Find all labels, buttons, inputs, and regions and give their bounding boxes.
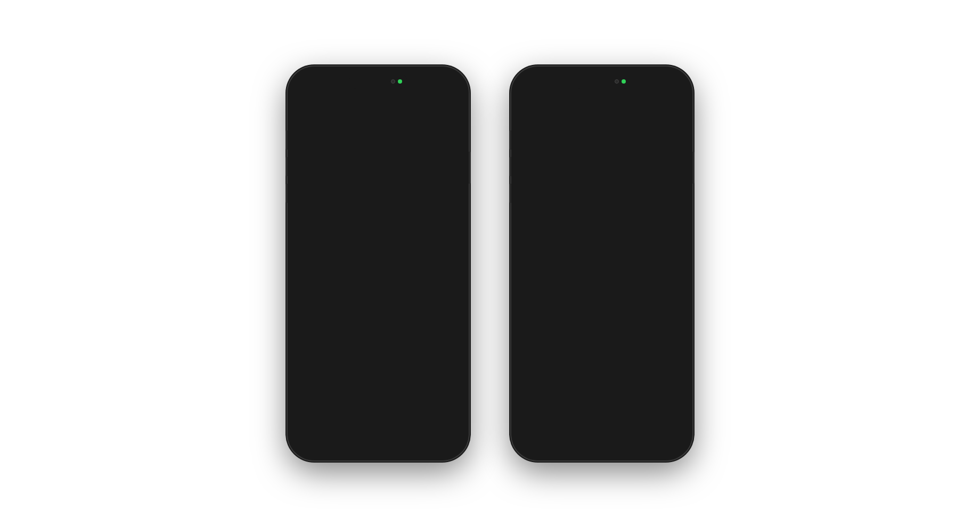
search-icon-right[interactable]: 🔍 xyxy=(616,105,627,115)
list-item-text: TOUR - Top 25 Players xyxy=(528,427,616,437)
list-item-text: Female 5 Handicap xyxy=(528,377,602,387)
list-item-text: Male Plus Handicap xyxy=(305,311,380,320)
list-item[interactable]: Male 10 Handicap xyxy=(294,378,462,404)
battery-pct-right: 84 xyxy=(667,84,673,90)
right-section-title: Player Ability Comparisons xyxy=(528,146,675,174)
left-sheet-list: TOUR - Top 25 Players TOUR - Average ✓ M… xyxy=(294,203,462,446)
signal-bar-r2 xyxy=(630,87,632,90)
list-item-text: Male 15 Handicap xyxy=(305,411,373,421)
right-phone: 10:19 ▲ 84 xyxy=(511,67,692,460)
list-item[interactable]: TOUR - Top 25 Players xyxy=(518,420,686,445)
left-status-time: 10:09 xyxy=(307,83,326,92)
battery-tip-right xyxy=(663,86,664,88)
list-item[interactable]: Male D1 College - Top 25 Players xyxy=(294,253,462,278)
plus-icon-right[interactable]: ⊕ xyxy=(671,105,677,115)
right-status-icons: ▲ 84 xyxy=(627,83,673,91)
signal-bar-r1 xyxy=(627,88,629,90)
person-icon-left[interactable]: 👤 xyxy=(411,105,421,115)
list-item[interactable]: Female D1 College xyxy=(518,295,686,320)
right-back-button[interactable]: ‹ Back xyxy=(526,105,548,115)
left-status-icons: ▲ 86 xyxy=(404,83,450,91)
battery-pct-left: 86 xyxy=(443,84,450,90)
battery-body-left xyxy=(427,84,438,90)
left-back-label: Back xyxy=(307,106,324,114)
plus-icon-left[interactable]: ⊕ xyxy=(447,105,454,115)
bell-icon-right[interactable]: 🔔 xyxy=(652,105,663,115)
right-back-arrow: ‹ xyxy=(526,105,529,115)
list-item[interactable]: TOUR - Average ✓ xyxy=(294,228,462,253)
left-home-indicator xyxy=(294,446,462,454)
left-close-button[interactable]: ✕ xyxy=(439,184,454,199)
list-item[interactable]: Male 15 Handicap xyxy=(294,404,462,429)
list-item-text: Male D1 College - Top 25 Players xyxy=(305,261,431,270)
checkmark-icon: ✓ xyxy=(445,235,452,245)
right-nav-bar: ‹ Back 🔍 👤 🔔 ⊕ xyxy=(518,101,686,121)
left-sheet-header: ✕ xyxy=(294,179,462,203)
signal-bar-4 xyxy=(412,85,413,90)
right-sheet-handle xyxy=(592,190,611,192)
search-icon-left[interactable]: 🔍 xyxy=(393,105,403,115)
list-item[interactable]: Male 5 Handicap xyxy=(294,353,462,378)
left-back-button[interactable]: ‹ Back xyxy=(303,105,324,115)
list-item-text: Female D1 College xyxy=(528,302,601,312)
list-item[interactable]: Female Plus Handicap xyxy=(518,320,686,345)
battery-right xyxy=(650,84,664,90)
list-item-text: Male 10 Handicap xyxy=(305,386,373,396)
list-item[interactable]: Female Scratch Handicap xyxy=(518,345,686,370)
person-icon-right[interactable]: 👤 xyxy=(634,105,645,115)
right-home-indicator xyxy=(518,446,686,454)
list-item-text: Female Scratch Handicap xyxy=(528,352,626,362)
display-prefs-label[interactable]: Display Preferences xyxy=(526,121,588,137)
left-phone: 10:09 ▲ 86 xyxy=(288,67,469,460)
right-section-header: Player Ability Comparisons xyxy=(518,137,686,184)
signal-bars-right xyxy=(627,84,637,90)
list-item-text-selected: LPGA TOUR - Average xyxy=(528,252,616,262)
right-status-bar: 10:19 ▲ 84 xyxy=(518,73,686,101)
right-sheet-handle-area xyxy=(518,184,686,196)
left-section-header: Player Ability Comparisons xyxy=(294,121,462,168)
left-home-bar xyxy=(346,450,410,452)
battery-body-right xyxy=(650,84,662,90)
list-item[interactable]: Male D1 College xyxy=(294,278,462,303)
right-sheet-header: ✕ xyxy=(518,196,686,219)
left-sheet-handle-area xyxy=(294,168,462,179)
right-close-button[interactable]: ✕ xyxy=(663,200,677,215)
left-sheet-handle xyxy=(369,173,388,175)
list-item[interactable]: LPGA TOUR - Top 25 Players xyxy=(294,429,462,446)
wifi-icon-left: ▲ xyxy=(416,83,423,91)
signal-bar-3 xyxy=(409,86,411,90)
battery-fill-left xyxy=(428,85,436,89)
battery-fill-right xyxy=(651,85,659,89)
list-item[interactable]: TOUR - Top 25 Players xyxy=(294,203,462,228)
list-item[interactable]: Male Scratch Handicap xyxy=(294,328,462,353)
signal-bar-2 xyxy=(406,87,408,90)
left-back-arrow: ‹ xyxy=(303,105,305,115)
signal-bar-r3 xyxy=(633,86,634,90)
display-prefs-tab: Display Preferences xyxy=(518,121,686,137)
list-item[interactable]: Male Plus Handicap xyxy=(294,303,462,328)
list-item[interactable]: LPGA TOUR - Top 25 Players xyxy=(518,219,686,244)
list-item-text: Female D1 College - Top 25 Players xyxy=(528,277,665,287)
list-item[interactable]: Female 10 Handicap xyxy=(518,395,686,420)
checkmark-icon: ✓ xyxy=(668,252,675,262)
signal-bars-left xyxy=(404,84,413,90)
right-home-bar xyxy=(570,450,634,452)
list-item-text: Female 10 Handicap xyxy=(528,402,607,412)
list-item-text: Male 5 Handicap xyxy=(305,361,369,370)
list-item[interactable]: Female 5 Handicap xyxy=(518,370,686,395)
signal-bar-1 xyxy=(404,88,405,90)
right-screen: 10:19 ▲ 84 xyxy=(518,73,686,454)
right-nav-actions: 🔍 👤 🔔 ⊕ xyxy=(616,105,677,115)
left-sheet: ✕ TOUR - Top 25 Players TOUR - Average ✓… xyxy=(294,168,462,454)
left-nav-bar: ‹ Back 🔍 👤 🔔 ⊕ xyxy=(294,101,462,121)
left-screen: 10:09 ▲ 86 xyxy=(294,73,462,454)
list-item[interactable]: Female D1 College - Top 25 Players xyxy=(518,270,686,295)
battery-left xyxy=(427,84,440,90)
right-back-label: Back xyxy=(531,106,548,114)
list-item[interactable]: LPGA TOUR - Average ✓ xyxy=(518,244,686,270)
list-item-text: TOUR - Top 25 Players xyxy=(305,210,393,220)
bell-icon-left[interactable]: 🔔 xyxy=(429,105,439,115)
left-nav-actions: 🔍 👤 🔔 ⊕ xyxy=(393,105,454,115)
left-section-title: Player Ability Comparisons xyxy=(305,129,452,157)
signal-bar-r4 xyxy=(635,85,637,90)
